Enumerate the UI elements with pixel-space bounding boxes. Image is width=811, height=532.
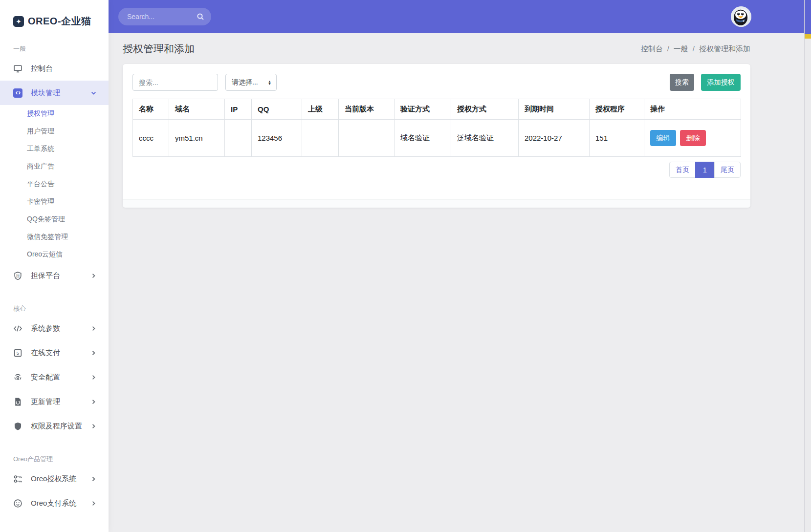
- table-cell: 泛域名验证: [451, 120, 519, 157]
- sidebar-subitem-工单系统[interactable]: 工单系统: [0, 140, 109, 158]
- sidebar-section-label: Oreo产品管理: [0, 455, 109, 464]
- filter-select-value: 请选择...: [232, 78, 268, 87]
- sidebar-section-label: 一般: [0, 44, 109, 53]
- filter-select[interactable]: 请选择... ▲▼: [225, 74, 277, 91]
- pagination-last[interactable]: 尾页: [714, 162, 741, 178]
- breadcrumb-item: 授权管理和添加: [699, 44, 750, 53]
- table-header-名称: 名称: [133, 99, 169, 120]
- content-card: 请选择... ▲▼ 搜索 添加授权 名称域名IPQQ上级当前版本验证方式授权方式…: [123, 64, 750, 208]
- breadcrumb-separator: /: [693, 44, 695, 53]
- module-icon: [13, 88, 22, 98]
- search-icon[interactable]: [197, 13, 204, 21]
- brand-title: OREO-企业猫: [28, 15, 91, 28]
- topbar-search[interactable]: [118, 8, 211, 25]
- sidebar-item-label: Oreo支付系统: [31, 499, 90, 508]
- code-icon: [13, 324, 22, 333]
- table-cell: [302, 120, 339, 157]
- chevron-right-icon: [90, 476, 97, 482]
- pagination-first[interactable]: 首页: [669, 162, 696, 178]
- svg-text:5: 5: [17, 350, 19, 355]
- authorizations-table: 名称域名IPQQ上级当前版本验证方式授权方式到期时间授权程序操作ccccym51…: [132, 99, 741, 157]
- guarantee-shield-icon: 担: [13, 271, 22, 280]
- chevron-right-icon: [90, 374, 97, 381]
- monitor-icon: [13, 64, 22, 73]
- table-cell: ym51.cn: [169, 120, 225, 157]
- breadcrumb-item[interactable]: 一般: [674, 44, 688, 53]
- update-file-icon: [13, 397, 22, 406]
- pagination-page-current[interactable]: 1: [695, 162, 715, 178]
- sidebar-item-label: 更新管理: [31, 397, 90, 406]
- qq-penguin-avatar[interactable]: [731, 6, 751, 27]
- sidebar-item-模块管理[interactable]: 模块管理: [0, 81, 109, 105]
- chevron-right-icon: [90, 350, 97, 356]
- sidebar-item-安全配置[interactable]: 安全配置: [0, 365, 109, 389]
- chevron-right-icon: [90, 399, 97, 405]
- table-header-上级: 上级: [302, 99, 339, 120]
- chevron-right-icon: [90, 325, 97, 332]
- sidebar-item-label: 在线支付: [31, 348, 90, 358]
- add-auth-button[interactable]: 添加授权: [701, 74, 741, 91]
- sidebar-item-label: 权限及程序设置: [31, 422, 90, 431]
- table-cell: cccc: [133, 120, 169, 157]
- sidebar-subitem-商业广告[interactable]: 商业广告: [0, 158, 109, 175]
- topbar: [109, 0, 804, 33]
- sidebar-subitem-平台公告[interactable]: 平台公告: [0, 175, 109, 193]
- sidebar-item-Oreo授权系统[interactable]: Oreo授权系统: [0, 467, 109, 491]
- sidebar-subitem-微信免签管理[interactable]: 微信免签管理: [0, 228, 109, 246]
- table-header-验证方式: 验证方式: [395, 99, 451, 120]
- table-header-授权程序: 授权程序: [590, 99, 644, 120]
- sidebar-item-担保平台[interactable]: 担担保平台: [0, 263, 109, 288]
- page-title: 授权管理和添加: [123, 42, 195, 56]
- pagination: 首页 1 尾页: [123, 162, 741, 178]
- brand[interactable]: ✦ OREO-企业猫: [0, 0, 109, 28]
- delete-button[interactable]: 删除: [680, 130, 706, 146]
- sidebar-item-label: 担保平台: [31, 271, 90, 280]
- table-header-操作: 操作: [644, 99, 741, 120]
- sidebar-item-label: 控制台: [31, 64, 97, 73]
- table-header-QQ: QQ: [252, 99, 302, 120]
- sidebar-item-更新管理[interactable]: 更新管理: [0, 389, 109, 414]
- breadcrumb: 控制台/一般/授权管理和添加: [641, 44, 750, 54]
- sidebar-item-label: 系统参数: [31, 324, 90, 333]
- sidebar-nav: 一般控制台模块管理授权管理用户管理工单系统商业广告平台公告卡密管理QQ免签管理微…: [0, 44, 109, 515]
- chevron-right-icon: [90, 423, 97, 429]
- breadcrumb-item[interactable]: 控制台: [641, 44, 663, 53]
- edit-button[interactable]: 编辑: [650, 130, 676, 146]
- sidebar-subitem-QQ免签管理[interactable]: QQ免签管理: [0, 211, 109, 228]
- card-footer: [123, 199, 750, 208]
- sidebar-subitem-卡密管理[interactable]: 卡密管理: [0, 193, 109, 211]
- sidebar-subitem-授权管理[interactable]: 授权管理: [0, 105, 109, 123]
- filter-search-input[interactable]: [132, 74, 218, 91]
- chevron-right-icon: [90, 500, 97, 507]
- table-cell: 域名验证: [395, 120, 451, 157]
- table-header-授权方式: 授权方式: [451, 99, 519, 120]
- sidebar-item-权限及程序设置[interactable]: 权限及程序设置: [0, 414, 109, 438]
- sidebar-section-label: 核心: [0, 304, 109, 313]
- clipped-window-edge: [804, 0, 811, 532]
- payment-icon: 5: [13, 348, 22, 358]
- sidebar-item-系统参数[interactable]: 系统参数: [0, 316, 109, 340]
- sidebar-item-控制台[interactable]: 控制台: [0, 56, 109, 81]
- search-input[interactable]: [127, 13, 197, 21]
- sidebar-item-Oreo支付系统[interactable]: Oreo支付系统: [0, 491, 109, 515]
- table-cell: [339, 120, 395, 157]
- star-badge-icon: ✦: [13, 16, 24, 27]
- sidebar-item-label: Oreo授权系统: [31, 474, 90, 484]
- breadcrumb-separator: /: [667, 44, 669, 53]
- table-cell: 2022-10-27: [519, 120, 590, 157]
- fingerprint-icon: [13, 373, 22, 382]
- sidebar-subitem-用户管理[interactable]: 用户管理: [0, 123, 109, 140]
- svg-text:担: 担: [16, 273, 20, 277]
- search-button[interactable]: 搜索: [670, 74, 694, 91]
- table-header-当前版本: 当前版本: [339, 99, 395, 120]
- sidebar-item-label: 模块管理: [31, 88, 90, 98]
- keys-icon: [13, 474, 22, 484]
- sidebar-item-在线支付[interactable]: 5在线支付: [0, 340, 109, 365]
- face-circle-icon: [13, 499, 22, 508]
- shield-filled-icon: [13, 422, 22, 431]
- sidebar-subitem-Oreo云短信[interactable]: Oreo云短信: [0, 246, 109, 263]
- table-cell: 151: [590, 120, 644, 157]
- main-area: 授权管理和添加 控制台/一般/授权管理和添加 请选择... ▲▼ 搜索 添加授权…: [109, 0, 804, 532]
- table-cell-actions: 编辑删除: [644, 120, 741, 157]
- table-cell: [225, 120, 252, 157]
